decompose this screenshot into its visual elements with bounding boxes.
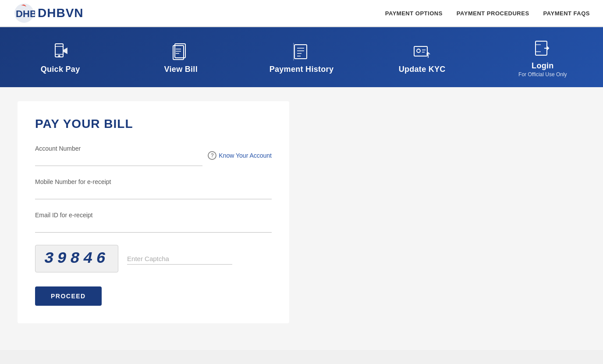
nav-payment-options[interactable]: PAYMENT OPTIONS xyxy=(385,10,443,17)
account-number-label: Account Number xyxy=(35,145,202,152)
captcha-input[interactable] xyxy=(127,253,232,265)
pay-bill-card: PAY YOUR BILL Account Number ? Know Your… xyxy=(18,101,289,323)
mobile-number-group: Mobile Number for e-receipt xyxy=(35,178,272,199)
banner: Quick Pay View Bill Payment History xyxy=(0,27,603,87)
header: D HBVN DHBVN PAYMENT OPTIONS PAYMENT PRO… xyxy=(0,0,603,27)
banner-quick-pay[interactable]: Quick Pay xyxy=(17,39,104,78)
svg-text:HBVN: HBVN xyxy=(23,8,35,19)
know-your-account-link[interactable]: ? Know Your Account xyxy=(208,151,272,160)
captcha-row: 39846 xyxy=(35,245,272,272)
logo-icon: D HBVN xyxy=(13,2,35,24)
mobile-pay-icon xyxy=(51,42,70,61)
email-label: Email ID for e-receipt xyxy=(35,212,272,219)
banner-payment-history[interactable]: Payment History xyxy=(258,39,345,78)
payment-history-label: Payment History xyxy=(270,65,334,74)
main-content: PAY YOUR BILL Account Number ? Know Your… xyxy=(0,87,603,350)
captcha-text: 39846 xyxy=(44,250,109,268)
view-bill-icon xyxy=(171,42,191,61)
main-nav: PAYMENT OPTIONS PAYMENT PROCEDURES PAYME… xyxy=(385,10,590,17)
svg-point-6 xyxy=(58,56,60,57)
update-kyc-icon xyxy=(412,42,432,61)
captcha-display: 39846 xyxy=(35,245,118,272)
logo-text: DHBVN xyxy=(38,6,84,20)
know-your-account-text: Know Your Account xyxy=(219,152,272,159)
update-kyc-label: Update KYC xyxy=(399,65,446,74)
question-icon: ? xyxy=(208,151,216,160)
email-group: Email ID for e-receipt xyxy=(35,212,272,233)
login-sublabel: For Official Use Only xyxy=(518,71,567,78)
logo[interactable]: D HBVN DHBVN xyxy=(13,2,84,24)
login-icon xyxy=(533,39,552,58)
svg-point-19 xyxy=(417,49,420,53)
mobile-number-input[interactable] xyxy=(35,188,272,199)
banner-view-bill[interactable]: View Bill xyxy=(137,39,225,78)
svg-rect-18 xyxy=(414,46,427,56)
banner-login[interactable]: Login For Official Use Only xyxy=(499,35,586,81)
email-input[interactable] xyxy=(35,221,272,233)
svg-rect-12 xyxy=(294,45,307,59)
nav-payment-procedures[interactable]: PAYMENT PROCEDURES xyxy=(457,10,529,17)
banner-update-kyc[interactable]: Update KYC xyxy=(378,39,466,78)
svg-rect-3 xyxy=(55,44,63,57)
mobile-number-label: Mobile Number for e-receipt xyxy=(35,178,272,185)
account-number-group: Account Number ? Know Your Account xyxy=(35,145,272,166)
nav-payment-faqs[interactable]: PAYMENT FAQS xyxy=(543,10,590,17)
account-number-input[interactable] xyxy=(35,155,202,166)
proceed-button[interactable]: PROCEED xyxy=(35,286,102,306)
login-label: Login xyxy=(532,61,553,71)
svg-text:D: D xyxy=(16,8,23,19)
payment-history-icon xyxy=(292,42,311,61)
view-bill-label: View Bill xyxy=(164,65,198,74)
quick-pay-label: Quick Pay xyxy=(41,65,80,74)
page-title: PAY YOUR BILL xyxy=(35,117,272,131)
